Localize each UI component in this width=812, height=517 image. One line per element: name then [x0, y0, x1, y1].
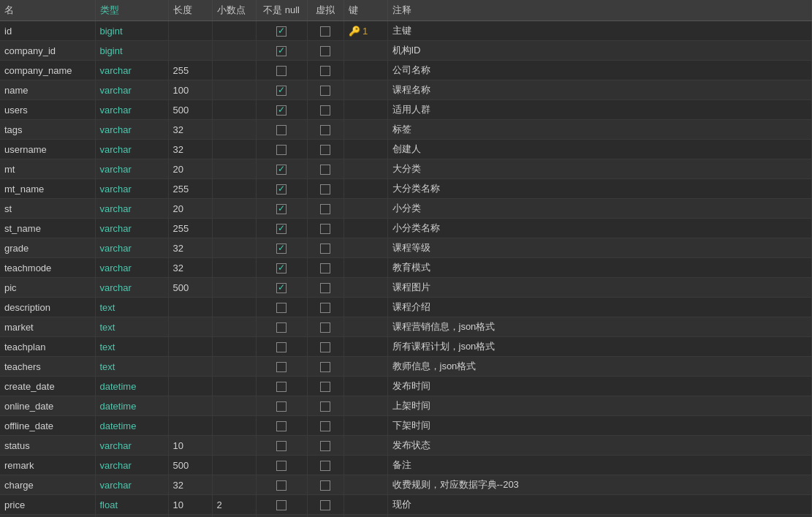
virtual-checkbox[interactable]: [320, 66, 330, 76]
cell-notnull[interactable]: [256, 238, 307, 258]
table-row[interactable]: mt_namevarchar255大分类名称: [0, 179, 812, 199]
table-row[interactable]: mtvarchar20大分类: [0, 159, 812, 179]
cell-virtual[interactable]: [307, 120, 344, 140]
cell-notnull[interactable]: [256, 317, 307, 337]
cell-notnull[interactable]: [256, 495, 307, 515]
notnull-checkbox[interactable]: [276, 26, 287, 37]
virtual-checkbox[interactable]: [320, 322, 330, 333]
virtual-checkbox[interactable]: [320, 382, 330, 392]
notnull-checkbox[interactable]: [276, 480, 287, 491]
table-row[interactable]: namevarchar100课程名称: [0, 80, 812, 100]
cell-virtual[interactable]: [307, 515, 344, 518]
cell-notnull[interactable]: [256, 219, 307, 238]
cell-notnull[interactable]: [256, 41, 307, 61]
cell-notnull[interactable]: [256, 456, 307, 475]
cell-virtual[interactable]: [307, 61, 344, 80]
cell-notnull[interactable]: [256, 80, 307, 100]
notnull-checkbox[interactable]: [276, 382, 287, 392]
notnull-checkbox[interactable]: [276, 86, 287, 96]
cell-notnull[interactable]: [256, 515, 307, 518]
notnull-checkbox[interactable]: [276, 263, 287, 273]
notnull-checkbox[interactable]: [276, 66, 287, 76]
virtual-checkbox[interactable]: [320, 421, 330, 431]
notnull-checkbox[interactable]: [276, 500, 287, 510]
virtual-checkbox[interactable]: [320, 263, 330, 273]
table-row[interactable]: usernamevarchar32创建人: [0, 140, 812, 159]
notnull-checkbox[interactable]: [276, 322, 287, 333]
virtual-checkbox[interactable]: [320, 362, 330, 372]
virtual-checkbox[interactable]: [320, 480, 330, 491]
cell-notnull[interactable]: [256, 396, 307, 416]
notnull-checkbox[interactable]: [276, 342, 287, 352]
virtual-checkbox[interactable]: [320, 86, 330, 96]
cell-virtual[interactable]: [307, 377, 344, 396]
cell-virtual[interactable]: [307, 436, 344, 456]
table-row[interactable]: company_idbigint机构ID: [0, 41, 812, 61]
cell-notnull[interactable]: [256, 179, 307, 199]
notnull-checkbox[interactable]: [276, 145, 287, 155]
table-row[interactable]: teacherstext教师信息，json格式: [0, 357, 812, 377]
table-row[interactable]: gradevarchar32课程等级: [0, 238, 812, 258]
table-row[interactable]: company_namevarchar255公司名称: [0, 61, 812, 80]
cell-virtual[interactable]: [307, 80, 344, 100]
notnull-checkbox[interactable]: [276, 461, 287, 471]
table-row[interactable]: tagsvarchar32标签: [0, 120, 812, 140]
table-row[interactable]: stvarchar20小分类: [0, 199, 812, 219]
virtual-checkbox[interactable]: [320, 46, 330, 56]
cell-virtual[interactable]: [307, 41, 344, 61]
cell-notnull[interactable]: [256, 258, 307, 278]
cell-notnull[interactable]: [256, 357, 307, 377]
table-row[interactable]: teachplantext所有课程计划，json格式: [0, 337, 812, 357]
cell-notnull[interactable]: [256, 199, 307, 219]
cell-notnull[interactable]: [256, 475, 307, 495]
cell-virtual[interactable]: [307, 396, 344, 416]
cell-virtual[interactable]: [307, 456, 344, 475]
virtual-checkbox[interactable]: [320, 145, 330, 155]
notnull-checkbox[interactable]: [276, 362, 287, 372]
virtual-checkbox[interactable]: [320, 461, 330, 471]
cell-virtual[interactable]: [307, 140, 344, 159]
table-row[interactable]: descriptiontext课程介绍: [0, 298, 812, 317]
cell-virtual[interactable]: [307, 199, 344, 219]
table-row[interactable]: offline_datedatetime下架时间: [0, 416, 812, 436]
cell-notnull[interactable]: [256, 159, 307, 179]
notnull-checkbox[interactable]: [276, 283, 287, 293]
notnull-checkbox[interactable]: [276, 401, 287, 412]
notnull-checkbox[interactable]: [276, 421, 287, 431]
virtual-checkbox[interactable]: [320, 401, 330, 412]
virtual-checkbox[interactable]: [320, 105, 330, 116]
notnull-checkbox[interactable]: [276, 105, 287, 116]
cell-virtual[interactable]: [307, 179, 344, 199]
notnull-checkbox[interactable]: [276, 244, 287, 254]
cell-notnull[interactable]: [256, 100, 307, 120]
cell-virtual[interactable]: [307, 416, 344, 436]
cell-virtual[interactable]: [307, 317, 344, 337]
cell-notnull[interactable]: [256, 416, 307, 436]
cell-virtual[interactable]: [307, 238, 344, 258]
cell-notnull[interactable]: [256, 61, 307, 80]
cell-virtual[interactable]: [307, 495, 344, 515]
cell-virtual[interactable]: [307, 337, 344, 357]
cell-virtual[interactable]: [307, 219, 344, 238]
virtual-checkbox[interactable]: [320, 184, 330, 195]
virtual-checkbox[interactable]: [320, 204, 330, 214]
notnull-checkbox[interactable]: [276, 125, 287, 135]
cell-notnull[interactable]: [256, 140, 307, 159]
cell-notnull[interactable]: [256, 120, 307, 140]
virtual-checkbox[interactable]: [320, 125, 330, 135]
table-row[interactable]: create_datedatetime发布时间: [0, 377, 812, 396]
cell-virtual[interactable]: [307, 258, 344, 278]
notnull-checkbox[interactable]: [276, 441, 287, 451]
cell-notnull[interactable]: [256, 337, 307, 357]
cell-notnull[interactable]: [256, 21, 307, 41]
cell-virtual[interactable]: [307, 159, 344, 179]
notnull-checkbox[interactable]: [276, 46, 287, 56]
virtual-checkbox[interactable]: [320, 500, 330, 510]
cell-notnull[interactable]: [256, 377, 307, 396]
table-row[interactable]: statusvarchar10发布状态: [0, 436, 812, 456]
table-row[interactable]: pricefloat102现价: [0, 495, 812, 515]
table-row[interactable]: remarkvarchar500备注: [0, 456, 812, 475]
cell-virtual[interactable]: [307, 278, 344, 298]
virtual-checkbox[interactable]: [320, 441, 330, 451]
cell-virtual[interactable]: [307, 21, 344, 41]
